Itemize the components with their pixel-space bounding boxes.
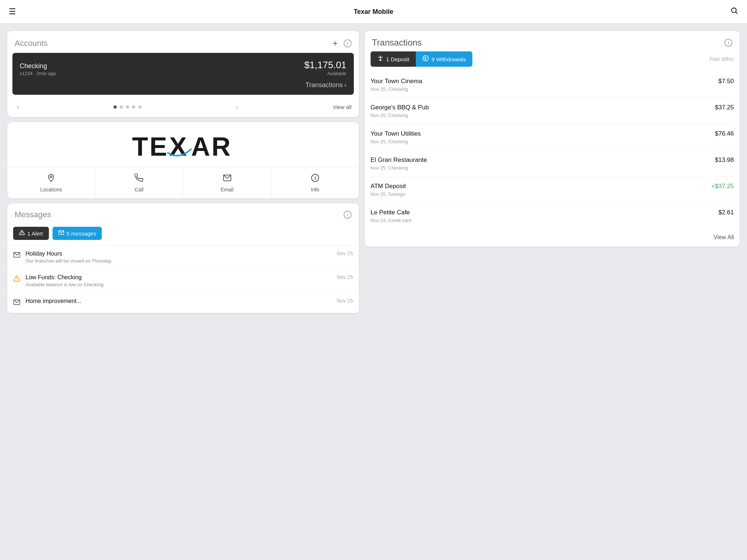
- withdrawal-tab-label: 9 Withdrawals: [431, 56, 466, 62]
- tx-amount: $13.98: [715, 156, 734, 164]
- account-available: Available: [304, 71, 347, 76]
- message-item[interactable]: Holiday Hours Our branches will be close…: [7, 245, 359, 269]
- tx-info: ATM Deposit Nov 25, Savings: [371, 183, 406, 197]
- tx-merchant: Your Town Cinema: [371, 78, 422, 85]
- email-label: Email: [221, 187, 233, 192]
- left-column: Accounts + i Checking x1234 · 2min ago $…: [7, 31, 359, 313]
- tx-period: Past 48hrs: [709, 56, 734, 62]
- tx-item[interactable]: George's BBQ & Pub Nov 25, Checking $37.…: [371, 98, 734, 124]
- next-account-button[interactable]: ›: [234, 103, 241, 111]
- tx-item[interactable]: Your Town Utilities Nov 25, Checking $76…: [371, 124, 734, 151]
- tx-merchant: Your Town Utilities: [371, 130, 421, 137]
- svg-line-1: [736, 12, 737, 13]
- message-item[interactable]: Low Funds: Checking Available balance is…: [7, 269, 359, 293]
- tx-tabs: 1 Deposit $ 9 Withdrawals: [371, 51, 473, 67]
- transactions-title: Transactions: [372, 38, 422, 48]
- svg-text:E: E: [150, 132, 167, 160]
- message-title: Holiday Hours: [26, 250, 332, 257]
- tx-view-all-area: View All: [365, 229, 740, 246]
- account-dots: [113, 105, 142, 109]
- pagination-row: ‹ › View all: [7, 99, 359, 117]
- withdrawal-tab-button[interactable]: $ 9 Withdrawals: [416, 51, 472, 67]
- messages-header: Messages i: [7, 203, 359, 223]
- warning-triangle-icon: [13, 275, 20, 284]
- info-button[interactable]: Info: [271, 168, 359, 198]
- view-all-accounts-button[interactable]: View all: [333, 104, 351, 110]
- message-title: Low Funds: Checking: [26, 274, 332, 281]
- locations-button[interactable]: Locations: [7, 168, 95, 198]
- message-date: Nov 25: [337, 250, 353, 256]
- tx-item[interactable]: Your Town Cinema Nov 25, Checking $7.50: [371, 72, 734, 98]
- messages-info-button[interactable]: i: [344, 211, 352, 219]
- tx-info: George's BBQ & Pub Nov 25, Checking: [371, 104, 429, 118]
- call-button[interactable]: Call: [95, 168, 183, 198]
- account-transactions-label: Transactions: [305, 81, 342, 89]
- tx-item[interactable]: Le Petite Cafe Nov 24, Credit card $2.61: [371, 203, 734, 229]
- tx-meta: Nov 24, Credit card: [371, 218, 411, 223]
- deposit-icon: [377, 55, 384, 63]
- balance-area: $1,175.01 Available: [304, 59, 347, 76]
- texar-logo-area: T E X A R: [7, 122, 359, 167]
- tx-info: Le Petite Cafe Nov 24, Credit card: [371, 209, 411, 223]
- menu-button[interactable]: ☰: [7, 5, 18, 18]
- account-name-area: Checking x1234 · 2min ago: [20, 62, 56, 76]
- phone-icon: [135, 174, 143, 184]
- email-button[interactable]: Email: [183, 168, 271, 198]
- location-pin-icon: [47, 174, 55, 184]
- message-envelope-icon: [13, 251, 20, 260]
- deposit-tab-label: 1 Deposit: [386, 56, 409, 62]
- message-content: Low Funds: Checking Available balance is…: [26, 274, 332, 287]
- tx-meta: Nov 25, Checking: [371, 165, 427, 171]
- account-name: Checking: [20, 62, 56, 70]
- locations-label: Locations: [40, 187, 62, 192]
- tx-merchant: El Gran Restaurante: [371, 156, 427, 164]
- transactions-card: Transactions i 1 Deposit: [365, 31, 740, 246]
- texar-card: T E X A R: [7, 122, 359, 198]
- accounts-header: Accounts + i: [7, 31, 359, 53]
- envelope-icon: [58, 230, 64, 237]
- transactions-header: Transactions i: [365, 31, 740, 51]
- checking-account-tile[interactable]: Checking x1234 · 2min ago $1,175.01 Avai…: [12, 53, 354, 95]
- deposit-tab-button[interactable]: 1 Deposit: [371, 51, 416, 67]
- message-title: Home improvement...: [26, 298, 332, 304]
- accounts-info-button[interactable]: i: [344, 39, 352, 47]
- messages-tab-label: 5 messages: [67, 230, 96, 237]
- withdrawal-icon: $: [422, 55, 429, 63]
- messages-tab-button[interactable]: 5 messages: [53, 227, 102, 240]
- accounts-header-actions: + i: [332, 38, 352, 49]
- alert-icon: [19, 230, 25, 237]
- view-all-transactions-button[interactable]: View All: [713, 234, 734, 241]
- search-button[interactable]: [729, 5, 740, 18]
- messages-tabs: 1 Alert 5 messages: [7, 223, 359, 245]
- message-item[interactable]: Home improvement... Nov 25: [7, 293, 359, 313]
- message-date: Nov 25: [337, 298, 353, 304]
- tx-meta: Nov 25, Checking: [371, 113, 429, 118]
- tx-meta: Nov 25, Checking: [371, 139, 421, 144]
- message-envelope-icon: [13, 299, 20, 308]
- tx-amount: +$37.25: [711, 183, 734, 190]
- svg-text:R: R: [212, 132, 231, 160]
- transactions-info-button[interactable]: i: [724, 39, 732, 47]
- tx-meta: Nov 25, Savings: [371, 191, 406, 197]
- messages-title: Messages: [15, 210, 51, 219]
- tx-info: El Gran Restaurante Nov 25, Checking: [371, 156, 427, 171]
- svg-point-7: [50, 176, 52, 178]
- chevron-right-icon: ›: [344, 81, 347, 89]
- tx-item[interactable]: ATM Deposit Nov 25, Savings +$37.25: [371, 177, 734, 203]
- dot-4: [132, 105, 135, 109]
- tx-amount: $7.50: [718, 78, 734, 85]
- right-column: Transactions i 1 Deposit: [365, 31, 740, 246]
- add-account-button[interactable]: +: [332, 38, 338, 49]
- alert-tab-button[interactable]: 1 Alert: [13, 227, 49, 240]
- svg-text:T: T: [132, 132, 148, 160]
- messages-card: Messages i 1 Alert: [7, 203, 359, 313]
- prev-account-button[interactable]: ‹: [15, 103, 22, 111]
- accounts-card: Accounts + i Checking x1234 · 2min ago $…: [7, 31, 359, 117]
- message-content: Holiday Hours Our branches will be close…: [26, 250, 332, 264]
- message-list: Holiday Hours Our branches will be close…: [7, 245, 359, 313]
- tx-meta: Nov 25, Checking: [371, 86, 422, 92]
- tx-item[interactable]: El Gran Restaurante Nov 25, Checking $13…: [371, 151, 734, 177]
- texar-logo-svg: T E X A R: [132, 131, 234, 160]
- account-transactions-link[interactable]: Transactions ›: [20, 81, 347, 89]
- accounts-title: Accounts: [15, 39, 48, 48]
